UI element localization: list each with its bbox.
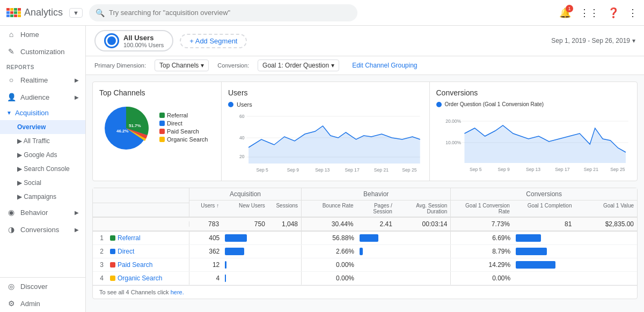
- sidebar-item-discover[interactable]: ◎ Discover: [0, 278, 85, 295]
- sidebar-sub-search-console[interactable]: ▶ Search Console: [0, 162, 85, 176]
- channel-link[interactable]: Paid Search: [118, 261, 152, 269]
- th-avg-duration: Avg. Session Duration: [396, 200, 451, 217]
- channel-dot: [110, 276, 115, 281]
- apps-icon[interactable]: ⋮⋮: [580, 7, 599, 19]
- sidebar-label-conversions: Conversions: [20, 226, 59, 234]
- sidebar-item-behavior[interactable]: ◉ Behavior ▶: [0, 204, 85, 221]
- svg-text:40: 40: [239, 135, 245, 140]
- logo-icon: [6, 8, 21, 17]
- channel-dot: [110, 235, 115, 241]
- row-goal1-completion-bar-cell: [514, 232, 574, 244]
- primary-dim-select[interactable]: Top Channels ▾: [155, 60, 209, 71]
- conversion-value: Goal 1: Order Question: [262, 62, 329, 69]
- row-sessions: [268, 235, 301, 241]
- row-goal1-completion-bar-cell: [514, 245, 574, 258]
- sidebar-label-behavior: Behavior: [20, 209, 48, 217]
- channel-link[interactable]: Organic Search: [118, 274, 162, 282]
- date-range[interactable]: Sep 1, 2019 - Sep 26, 2019 ▾: [551, 37, 635, 44]
- legend-paid-search: Paid Search: [159, 128, 208, 135]
- sidebar-sub-campaigns[interactable]: ▶ Campaigns: [0, 190, 85, 204]
- row-goal1-value: [574, 235, 637, 241]
- row-sessions: [268, 276, 301, 281]
- notification-button[interactable]: 🔔 1: [559, 7, 571, 19]
- sidebar-sub-google-ads[interactable]: ▶ Google Ads: [0, 148, 85, 162]
- svg-text:46.2%: 46.2%: [116, 129, 129, 133]
- help-icon[interactable]: ❓: [608, 7, 619, 19]
- row-bounce-rate: 56.88%: [302, 232, 357, 244]
- sidebar-label-admin: Admin: [20, 300, 40, 308]
- goal1-bar: [516, 234, 541, 242]
- th-conversions-cols: Goal 1 Conversion Rate Goal 1 Completion…: [451, 200, 637, 217]
- sidebar-item-audience[interactable]: 👤 Audience ▶: [0, 88, 85, 106]
- notification-badge: 1: [566, 5, 573, 12]
- sidebar-bottom: ◎ Discover ⚙ Admin: [0, 277, 85, 312]
- audience-icon: 👤: [6, 93, 16, 101]
- app-title: Analytics: [24, 7, 63, 18]
- paid-search-label: Paid Search: [167, 128, 199, 135]
- channel-link[interactable]: Direct: [118, 248, 134, 255]
- row-rank: 1: [93, 232, 106, 244]
- svg-text:Sep 5: Sep 5: [470, 167, 482, 172]
- users-chart-area: 60 40 20 Sep 5 Sep 9 Se: [228, 110, 423, 174]
- sidebar-item-admin[interactable]: ⚙ Admin: [0, 295, 85, 312]
- search-input[interactable]: [109, 9, 351, 17]
- users-legend-label: Users: [237, 101, 252, 108]
- row-users: 12: [189, 258, 223, 271]
- th-channel-col: [106, 203, 189, 207]
- property-selector[interactable]: ▼: [69, 8, 83, 18]
- row-sessions: [268, 249, 301, 254]
- th-goal1-rate: Goal 1 Conversion Rate: [451, 200, 513, 217]
- svg-text:Sep 17: Sep 17: [555, 167, 569, 172]
- realtime-arrow: ▶: [75, 77, 79, 83]
- logo-area: Analytics: [6, 7, 63, 18]
- add-segment-label: + Add Segment: [189, 37, 237, 45]
- conversions-icon: ◑: [6, 225, 16, 234]
- conversions-legend-label: Order Question (Goal 1 Conversion Rate): [445, 101, 544, 107]
- all-users-segment[interactable]: All Users 100.00% Users: [94, 30, 173, 51]
- conversion-select[interactable]: Goal 1: Order Question ▾: [258, 60, 339, 71]
- sidebar-sub-all-traffic[interactable]: ▶ All Traffic: [0, 134, 85, 148]
- sidebar-item-conversions[interactable]: ◑ Conversions ▶: [0, 221, 85, 238]
- add-segment-button[interactable]: + Add Segment: [180, 34, 247, 48]
- sidebar-item-home[interactable]: ⌂ Home: [0, 26, 85, 43]
- organic-search-dot: [159, 137, 165, 142]
- th-channel-group: [93, 188, 189, 217]
- svg-text:Sep 9: Sep 9: [497, 167, 510, 172]
- total-users: 783: [189, 218, 222, 231]
- row-goal1-completion-bar-cell: [514, 272, 574, 285]
- sidebar-item-customization[interactable]: ✎ Customization: [0, 43, 85, 60]
- paid-search-dot: [159, 129, 165, 134]
- more-icon[interactable]: ⋮: [628, 7, 638, 19]
- table-footer: To see all 4 Channels click here.: [93, 285, 637, 299]
- row-bounce-bar-cell: [357, 232, 394, 244]
- total-behavior-cells: 30.44% 2.41 00:03:14: [302, 218, 451, 231]
- th-conversions-label: Conversions: [451, 188, 637, 200]
- search-bar[interactable]: 🔍: [89, 4, 357, 21]
- total-pages-session: 2.41: [357, 218, 396, 231]
- pie-area: 46.2% 51.7% Referral Direct: [99, 101, 215, 155]
- svg-text:Sep 25: Sep 25: [402, 167, 416, 173]
- row-users: 405: [189, 232, 223, 244]
- sidebar-sub-overview[interactable]: Overview: [0, 120, 85, 134]
- primary-dim-label: Primary Dimension:: [94, 62, 146, 69]
- sidebar-item-acquisition[interactable]: ▼ Acquisition: [0, 106, 85, 120]
- svg-text:Sep 21: Sep 21: [583, 167, 598, 172]
- bounce-bar: [360, 234, 378, 242]
- customization-icon: ✎: [6, 47, 16, 56]
- row-channel-cell: Organic Search: [106, 272, 189, 285]
- sidebar-sub-social[interactable]: ▶ Social: [0, 176, 85, 190]
- row-users: 4: [189, 272, 223, 285]
- conversion-label: Conversion:: [217, 62, 249, 69]
- svg-text:Sep 25: Sep 25: [610, 167, 625, 172]
- row-goal1-completion-bar-cell: [514, 258, 574, 271]
- sidebar-label-acquisition: Acquisition: [15, 109, 49, 117]
- channel-link[interactable]: Referral: [118, 234, 141, 242]
- row-rank: 2: [93, 245, 106, 258]
- footer-link[interactable]: here.: [171, 289, 184, 295]
- sidebar-item-realtime[interactable]: ○ Realtime ▶: [0, 71, 85, 88]
- edit-channel-grouping-link[interactable]: Edit Channel Grouping: [352, 62, 417, 69]
- row-bounce-rate: 2.66%: [302, 245, 357, 258]
- footer-text: To see all 4 Channels click: [99, 289, 169, 295]
- behavior-icon: ◉: [6, 208, 16, 217]
- row-avg-duration: [394, 262, 450, 268]
